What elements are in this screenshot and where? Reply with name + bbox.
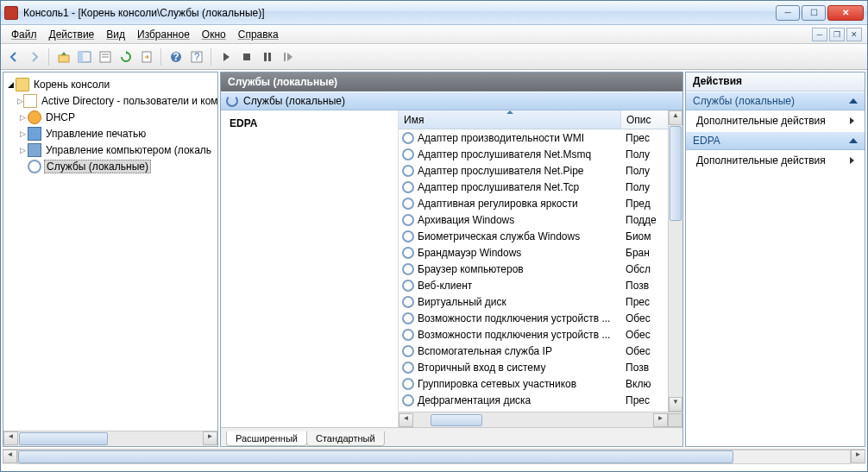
- vertical-scrollbar[interactable]: ▲ ▼: [668, 110, 682, 412]
- service-row[interactable]: Виртуальный дискПрес: [399, 293, 682, 310]
- scroll-thumb[interactable]: [19, 432, 108, 445]
- scroll-up-button[interactable]: ▲: [669, 110, 682, 125]
- selected-service: EDPA: [221, 110, 398, 427]
- action-more-1[interactable]: Дополнительные действия: [686, 110, 865, 131]
- gear-icon: [402, 378, 414, 390]
- expand-icon[interactable]: ▷: [17, 129, 28, 138]
- show-hide-tree-button[interactable]: [75, 47, 94, 66]
- scroll-left-button[interactable]: ◄: [399, 413, 413, 427]
- console-tree[interactable]: ◢ Корень консоли ▷ Active Directory - по…: [3, 72, 217, 431]
- scroll-right-button[interactable]: ►: [203, 431, 217, 445]
- menu-favorites[interactable]: Избранное: [132, 27, 195, 42]
- gear-icon: [402, 165, 414, 177]
- tree-item-print[interactable]: ▷ Управление печатью: [5, 125, 216, 142]
- service-row[interactable]: Браузер компьютеровОбсл: [399, 261, 682, 277]
- expand-icon[interactable]: ▷: [17, 97, 23, 105]
- service-name: Браузер компьютеров: [418, 263, 622, 275]
- service-row[interactable]: Группировка сетевых участниковВклю: [399, 375, 682, 392]
- service-row[interactable]: Дефрагментация дискаПрес: [399, 392, 682, 408]
- service-row[interactable]: Веб-клиентПозв: [399, 277, 682, 293]
- gear-icon: [402, 230, 414, 242]
- service-desc: Обсл: [622, 263, 651, 275]
- gear-icon: [402, 312, 414, 324]
- service-row[interactable]: Адаптер производительности WMIПрес: [399, 129, 682, 146]
- tab-extended[interactable]: Расширенный: [226, 431, 307, 446]
- service-desc: Прес: [622, 296, 650, 308]
- service-desc: Полу: [622, 181, 650, 193]
- tree-scrollbar[interactable]: ◄ ►: [3, 431, 217, 446]
- service-name: Вспомогательная служба IP: [418, 345, 622, 357]
- window-scrollbar[interactable]: ◄ ►: [3, 449, 865, 464]
- tree-label: Управление компьютером (локаль: [44, 144, 213, 156]
- actions-group-edpa[interactable]: EDPA: [686, 131, 865, 150]
- play-button[interactable]: [217, 47, 236, 66]
- tab-standard[interactable]: Стандартный: [306, 431, 385, 446]
- scroll-down-button[interactable]: ▼: [669, 397, 682, 412]
- mdi-close-button[interactable]: ✕: [846, 28, 862, 41]
- gear-icon: [402, 345, 414, 357]
- menu-view[interactable]: Вид: [101, 27, 130, 42]
- tree-pane: ◢ Корень консоли ▷ Active Directory - по…: [3, 72, 218, 447]
- menu-file[interactable]: Файл: [6, 27, 42, 42]
- window-title: Консоль1 - [Корень консоли\Службы (локал…: [23, 7, 776, 19]
- help2-button[interactable]: ?: [187, 47, 206, 66]
- tree-root[interactable]: ◢ Корень консоли: [5, 76, 216, 92]
- actions-group-services[interactable]: Службы (локальные): [686, 91, 865, 110]
- minimize-button[interactable]: ─: [776, 5, 800, 21]
- menu-window[interactable]: Окно: [197, 27, 231, 42]
- expand-icon[interactable]: ▷: [17, 146, 28, 154]
- back-button[interactable]: [4, 47, 23, 66]
- expand-icon[interactable]: ◢: [5, 80, 16, 89]
- up-button[interactable]: [54, 47, 73, 66]
- service-row[interactable]: Адаптер прослушивателя Net.PipeПолу: [399, 162, 682, 179]
- service-row[interactable]: Брандмауэр WindowsБран: [399, 244, 682, 261]
- service-name: Возможности подключения устройств ...: [418, 312, 622, 324]
- action-more-2[interactable]: Дополнительные действия: [686, 150, 865, 171]
- properties-button[interactable]: [96, 47, 115, 66]
- service-name: Адаптер прослушивателя Net.Pipe: [418, 165, 622, 177]
- pause-button[interactable]: [258, 47, 277, 66]
- close-button[interactable]: ✕: [827, 5, 864, 21]
- refresh-button[interactable]: [116, 47, 135, 66]
- mdi-restore-button[interactable]: ❐: [829, 28, 845, 41]
- scroll-left-button[interactable]: ◄: [3, 450, 17, 463]
- service-row[interactable]: Биометрическая служба WindowsБиом: [399, 228, 682, 244]
- scroll-right-button[interactable]: ►: [653, 413, 668, 427]
- menu-help[interactable]: Справка: [233, 27, 284, 42]
- service-row[interactable]: Вторичный вход в системуПозв: [399, 359, 682, 375]
- column-name[interactable]: Имя: [399, 110, 621, 129]
- service-row[interactable]: Возможности подключения устройств ...Обе…: [399, 310, 682, 326]
- scroll-thumb[interactable]: [18, 450, 733, 463]
- titlebar[interactable]: Консоль1 - [Корень консоли\Службы (локал…: [1, 1, 867, 25]
- tree-root-label: Корень консоли: [32, 79, 111, 91]
- scroll-right-button[interactable]: ►: [851, 450, 865, 463]
- service-desc: Позв: [622, 362, 649, 374]
- service-row[interactable]: Адаптер прослушивателя Net.MsmqПолу: [399, 146, 682, 162]
- maximize-button[interactable]: ☐: [802, 5, 826, 21]
- service-row[interactable]: Архивация WindowsПодде: [399, 211, 682, 228]
- help-button[interactable]: ?: [167, 47, 186, 66]
- tree-item-services[interactable]: ▷ Службы (локальные): [5, 158, 216, 174]
- tree-item-ad[interactable]: ▷ Active Directory - пользователи и ком: [5, 92, 216, 109]
- service-row[interactable]: Вспомогательная служба IPОбес: [399, 343, 682, 359]
- center-subheader: Службы (локальные): [221, 91, 682, 110]
- mdi-minimize-button[interactable]: ─: [812, 28, 827, 41]
- tree-item-computer[interactable]: ▷ Управление компьютером (локаль: [5, 142, 216, 158]
- scroll-thumb[interactable]: [431, 414, 482, 426]
- tree-item-dhcp[interactable]: ▷ DHCP: [5, 109, 216, 125]
- forward-button[interactable]: [25, 47, 44, 66]
- stop-button[interactable]: [237, 47, 256, 66]
- horizontal-scrollbar[interactable]: ◄ ►: [399, 412, 682, 427]
- restart-button[interactable]: [279, 47, 298, 66]
- export-button[interactable]: [137, 47, 156, 66]
- service-row[interactable]: Адаптивная регулировка яркостиПред: [399, 195, 682, 211]
- scroll-left-button[interactable]: ◄: [3, 431, 18, 445]
- scroll-thumb[interactable]: [670, 126, 682, 221]
- service-row[interactable]: Адаптер прослушивателя Net.TcpПолу: [399, 179, 682, 195]
- expand-icon[interactable]: ▷: [17, 113, 28, 122]
- list-header: Имя Опис: [399, 110, 682, 129]
- list-body[interactable]: Адаптер производительности WMIПресАдапте…: [399, 129, 682, 412]
- menu-action[interactable]: Действие: [44, 27, 100, 42]
- service-row[interactable]: Возможности подключения устройств ...Обе…: [399, 326, 682, 343]
- tree-label: Управление печатью: [44, 128, 148, 140]
